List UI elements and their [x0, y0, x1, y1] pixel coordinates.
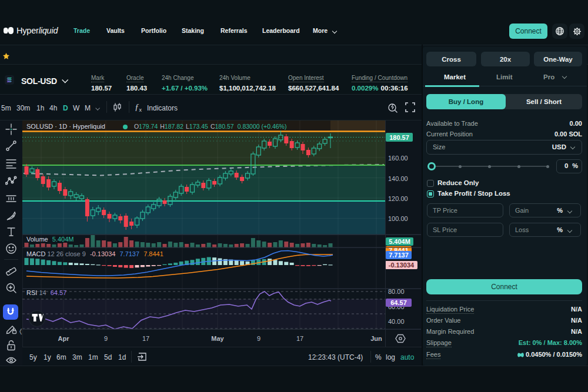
- svg-text:Jun: Jun: [370, 335, 382, 342]
- svg-text:9: 9: [257, 335, 260, 342]
- svg-text:17: 17: [296, 335, 303, 342]
- svg-text:Apr: Apr: [58, 335, 70, 342]
- svg-text:9: 9: [104, 335, 108, 342]
- svg-text:May: May: [211, 335, 224, 342]
- svg-text:17: 17: [142, 335, 149, 342]
